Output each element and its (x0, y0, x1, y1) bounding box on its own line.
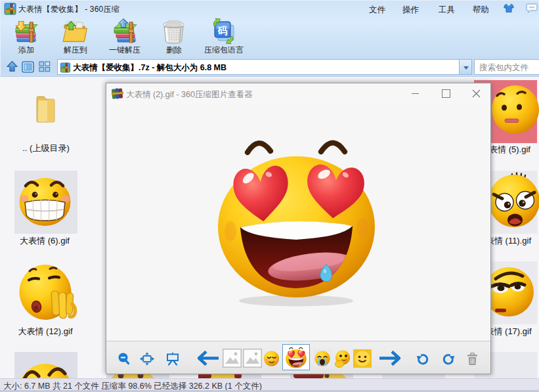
svg-text:码: 码 (217, 25, 228, 36)
